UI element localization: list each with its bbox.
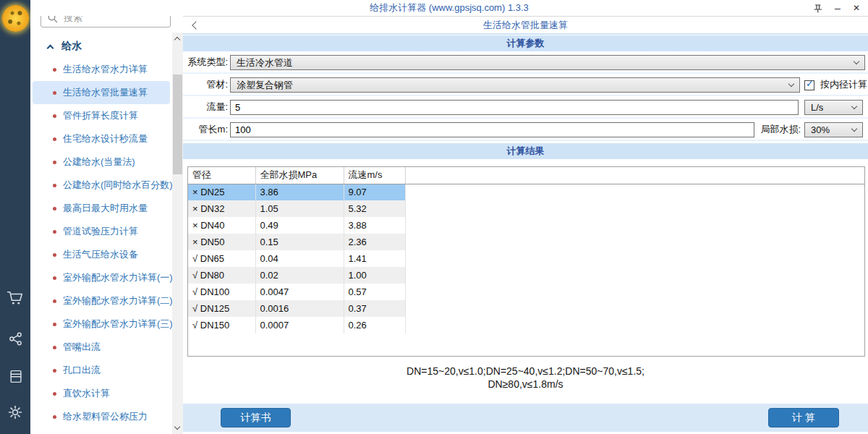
- bullet-icon: [53, 184, 56, 187]
- col-header-loss: 全部水损MPa: [255, 167, 344, 184]
- form-row-material: 管材: 涂塑复合钢管 ✓ 按内径计算: [183, 74, 868, 96]
- scrollbar-thumb[interactable]: [173, 75, 182, 174]
- results-table: 管径 全部水损MPa 流速m/s × DN253.869.07× DN321.0…: [187, 166, 865, 357]
- bullet-icon: [53, 369, 56, 373]
- results-table-body: × DN253.869.07× DN321.055.32× DN400.493.…: [188, 184, 864, 333]
- result-row[interactable]: × DN321.055.32: [188, 200, 864, 217]
- system-type-value: 生活冷水管道: [237, 56, 293, 69]
- sidebar-item-label: 生活气压给水设备: [63, 248, 138, 261]
- sidebar-item[interactable]: 公建给水(同时给水百分数): [33, 174, 170, 197]
- sidebar-item[interactable]: 室外输配水管水力详算(二): [33, 289, 170, 312]
- result-row[interactable]: √ DN1500.00070.26: [188, 317, 864, 333]
- sidebar-group-label: 给水: [61, 40, 82, 53]
- result-row[interactable]: × DN400.493.88: [188, 217, 864, 234]
- result-row[interactable]: × DN500.152.36: [188, 234, 864, 250]
- velocity-note: DN=15~20,v≤1.0;DN=25~40,v≤1.2;DN=50~70,v…: [183, 365, 868, 391]
- chevron-down-icon: [788, 81, 794, 87]
- sidebar-item[interactable]: 住宅给水设计秒流量: [33, 127, 170, 150]
- bullet-icon: [53, 114, 56, 118]
- sidebar-item-label: 生活给水管水力详算: [63, 63, 148, 76]
- bullet-icon: [53, 346, 56, 349]
- scroll-up-icon[interactable]: [174, 37, 180, 43]
- sidebar-item[interactable]: 生活给水管水力详算: [33, 58, 170, 81]
- length-label: 管长m:: [183, 119, 228, 141]
- sidebar-scrollbar[interactable]: [172, 33, 183, 434]
- system-type-select[interactable]: 生活冷水管道: [230, 55, 865, 70]
- material-select[interactable]: 涂塑复合钢管: [230, 77, 800, 93]
- bullet-icon: [53, 161, 56, 164]
- bullet-icon: [53, 68, 56, 72]
- sidebar-item[interactable]: 孔口出流: [33, 359, 170, 382]
- sidebar-item[interactable]: 管道试验压力计算: [33, 220, 170, 243]
- notebook-icon[interactable]: [0, 363, 30, 389]
- pipe-length-input[interactable]: [230, 122, 754, 137]
- col-header-velocity: 流速m/s: [344, 167, 405, 184]
- col-header-filler: [405, 167, 864, 184]
- page-subheader: 生活给水管批量速算: [183, 17, 868, 35]
- bullet-icon: [53, 299, 56, 303]
- local-loss-select[interactable]: 30%: [804, 122, 863, 137]
- system-type-label: 系统类型:: [183, 51, 228, 74]
- sidebar-item[interactable]: 直饮水计算: [33, 382, 170, 405]
- close-button[interactable]: ✕: [848, 0, 865, 16]
- app-window: 给水 生活给水管水力详算生活给水管批量速算管件折算长度计算住宅给水设计秒流量公建…: [0, 0, 868, 434]
- sidebar-item-label: 生活给水管批量速算: [63, 86, 148, 99]
- results-section-header: 计算结果: [183, 143, 868, 159]
- sidebar-item-label: 管道试验压力计算: [63, 225, 138, 238]
- cart-icon[interactable]: [0, 285, 30, 311]
- bullet-icon: [53, 276, 56, 280]
- app-logo-sunflower[interactable]: [2, 5, 29, 32]
- sidebar-item[interactable]: 管件折算长度计算: [33, 104, 170, 127]
- material-label: 管材:: [183, 74, 228, 96]
- sidebar-item-label: 室外输配水管水力详算(三): [63, 318, 173, 331]
- bullet-icon: [53, 392, 56, 396]
- sidebar-item[interactable]: 公建给水(当量法): [33, 150, 170, 174]
- flow-unit-select[interactable]: L/s: [804, 100, 863, 115]
- sidebar-item[interactable]: 生活给水管批量速算: [33, 81, 170, 104]
- col-header-dn: 管径: [188, 167, 255, 184]
- sidebar-item[interactable]: 室外输配水管水力详算(三): [33, 312, 170, 336]
- scroll-down-icon[interactable]: [174, 424, 180, 430]
- bullet-icon: [53, 253, 56, 257]
- result-row[interactable]: √ DN650.041.41: [188, 250, 864, 267]
- minimize-button[interactable]: –: [829, 0, 846, 16]
- sidebar-item[interactable]: 给水塑料管公称压力: [33, 405, 170, 428]
- sidebar-item-label: 给水塑料管公称压力: [63, 410, 148, 423]
- bullet-icon: [53, 137, 56, 141]
- note-line-2: DN≥80,v≤1.8m/s: [183, 378, 868, 391]
- chevron-down-icon: [851, 126, 857, 132]
- sidebar-item[interactable]: 管嘴出流: [33, 336, 170, 359]
- flow-input[interactable]: [230, 100, 799, 115]
- inner-diameter-checkbox[interactable]: ✓: [804, 80, 814, 90]
- settings-gear-icon[interactable]: [0, 399, 30, 425]
- chevron-down-icon: [851, 103, 857, 109]
- local-loss-value: 30%: [811, 124, 830, 135]
- result-row[interactable]: √ DN1000.00470.57: [188, 284, 864, 300]
- window-titlebar: 给排水计算器 (www.gpsjsq.com) 1.3.3 – ✕: [30, 0, 868, 16]
- result-row[interactable]: × DN253.869.07: [188, 184, 864, 200]
- page-title: 生活给水管批量速算: [183, 17, 868, 34]
- sidebar-item-label: 公建给水(同时给水百分数): [63, 179, 173, 192]
- inner-diameter-checkbox-label: 按内径计算: [820, 74, 867, 95]
- sidebar-item[interactable]: 最高日最大时用水量: [33, 197, 170, 220]
- note-line-1: DN=15~20,v≤1.0;DN=25~40,v≤1.2;DN=50~70,v…: [183, 365, 868, 378]
- pin-to-top-icon[interactable]: [809, 0, 826, 16]
- sidebar-item-label: 公建给水(当量法): [63, 156, 135, 169]
- bullet-icon: [53, 230, 56, 234]
- sidebar-item-label: 室外输配水管水力详算(一): [63, 271, 173, 284]
- share-icon[interactable]: [0, 326, 30, 352]
- local-loss-label: 局部水损:: [756, 119, 801, 141]
- calculate-button[interactable]: 计 算: [768, 408, 839, 427]
- bullet-icon: [53, 415, 56, 419]
- sidebar-menu: 生活给水管水力详算生活给水管批量速算管件折算长度计算住宅给水设计秒流量公建给水(…: [30, 58, 172, 428]
- form-row-system-type: 系统类型: 生活冷水管道: [183, 51, 868, 74]
- sidebar-item[interactable]: 生活气压给水设备: [33, 243, 170, 266]
- sidebar-group-water-supply[interactable]: 给水: [30, 36, 172, 56]
- flow-label: 流量:: [183, 96, 228, 119]
- result-row[interactable]: √ DN1250.00160.37: [188, 300, 864, 317]
- sidebar-item[interactable]: 室外输配水管水力详算(一): [33, 266, 170, 289]
- flow-unit-value: L/s: [811, 102, 823, 113]
- report-button[interactable]: 计算书: [221, 408, 291, 427]
- result-row[interactable]: √ DN800.021.00: [188, 267, 864, 284]
- footer-bar: 计算书 计 算: [183, 404, 868, 432]
